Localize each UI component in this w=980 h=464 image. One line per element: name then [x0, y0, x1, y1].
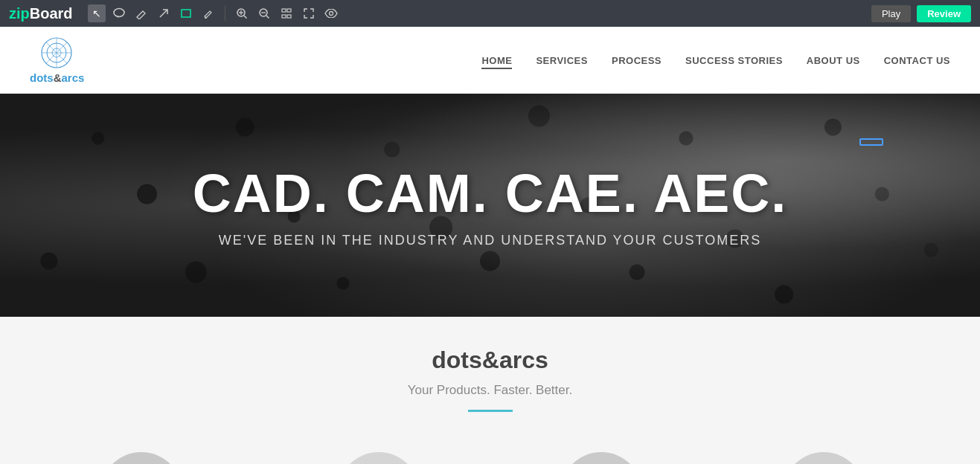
svg-point-15	[329, 12, 333, 16]
arrow-icon[interactable]	[155, 4, 173, 22]
zoom-out-icon[interactable]	[255, 4, 273, 22]
svg-rect-12	[287, 9, 291, 12]
toolbar-left: zipBoard ↖	[9, 4, 340, 22]
cursor-icon[interactable]: ↖	[88, 4, 106, 22]
nav-link-about[interactable]: ABOUT US	[807, 55, 860, 66]
logo-svg	[36, 36, 77, 70]
svg-line-5	[244, 16, 247, 19]
nav-links: HOME SERVICES PROCESS SUCCESS STORIES AB…	[481, 54, 950, 67]
nav-link-success[interactable]: SUCCESS STORIES	[685, 55, 783, 66]
nav-item-home[interactable]: HOME	[481, 54, 512, 67]
pen-icon[interactable]	[132, 4, 150, 22]
zipboard-logo: zipBoard	[9, 5, 73, 22]
nav-item-contact[interactable]: CONTACT US	[884, 54, 950, 67]
tool-separator-1	[225, 6, 225, 21]
circles-row	[0, 445, 980, 464]
play-button[interactable]: Play	[871, 5, 911, 22]
fullscreen-icon[interactable]	[300, 4, 318, 22]
preview-icon[interactable]	[322, 4, 340, 22]
toolbar-right: Play Review	[871, 5, 971, 22]
nav-item-services[interactable]: SERVICES	[536, 54, 588, 67]
logo-arcs: arcs	[62, 71, 85, 84]
hero-subtitle: WE'VE BEEN IN THE INDUSTRY AND UNDERSTAN…	[193, 233, 787, 248]
hero-section: CAD. CAM. CAE. AEC. WE'VE BEEN IN THE IN…	[0, 94, 980, 317]
site-logo: dots&arcs	[30, 36, 84, 84]
svg-line-9	[266, 16, 269, 19]
content-section: dots&arcs Your Products. Faster. Better.	[0, 317, 980, 445]
hero-title: CAD. CAM. CAE. AEC.	[193, 163, 787, 224]
svg-line-1	[160, 10, 167, 17]
site-navbar: dots&arcs HOME SERVICES PROCESS SUCCESS …	[0, 27, 980, 94]
logo-text: dots&arcs	[30, 71, 84, 84]
content-subtext: Your Products. Faster. Better.	[15, 383, 965, 398]
nav-item-process[interactable]: PROCESS	[612, 54, 662, 67]
nav-link-contact[interactable]: CONTACT US	[884, 55, 950, 66]
content-heading: dots&arcs	[15, 347, 965, 374]
circle-item-3	[560, 452, 642, 464]
nav-item-about[interactable]: ABOUT US	[807, 54, 860, 67]
hero-content: CAD. CAM. CAE. AEC. WE'VE BEEN IN THE IN…	[193, 163, 787, 248]
divider-line	[468, 410, 513, 412]
circle-item-2	[338, 452, 420, 464]
comment-icon[interactable]	[110, 4, 128, 22]
fit-icon[interactable]	[278, 4, 295, 22]
svg-rect-2	[182, 10, 190, 17]
svg-rect-13	[282, 15, 286, 18]
circle-item-4	[783, 452, 865, 464]
svg-rect-14	[287, 15, 291, 18]
nav-item-success[interactable]: SUCCESS STORIES	[685, 54, 783, 67]
nav-link-home[interactable]: HOME	[481, 55, 512, 69]
svg-point-0	[114, 9, 124, 17]
circle-item-1	[100, 452, 182, 464]
rectangle-icon[interactable]	[177, 4, 195, 22]
nav-link-services[interactable]: SERVICES	[536, 55, 588, 66]
toolbar-tools: ↖	[88, 4, 340, 22]
logo-board: Board	[30, 5, 73, 22]
nav-link-process[interactable]: PROCESS	[612, 55, 662, 66]
zoom-in-icon[interactable]	[233, 4, 251, 22]
highlighter-icon[interactable]	[199, 4, 217, 22]
svg-rect-11	[282, 9, 286, 12]
logo-zip: zip	[9, 5, 30, 22]
logo-and: &	[54, 71, 62, 84]
logo-dots: dots	[30, 71, 54, 84]
toolbar: zipBoard ↖	[0, 0, 980, 27]
review-button[interactable]: Review	[917, 5, 971, 22]
